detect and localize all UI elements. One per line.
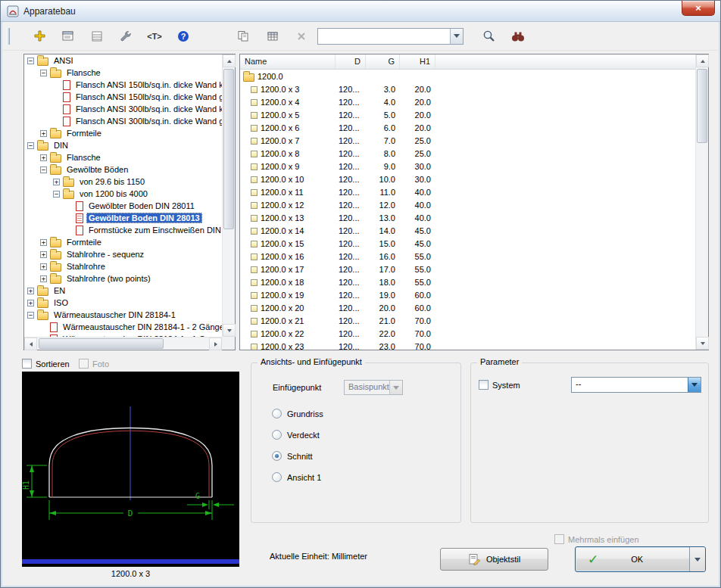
- table-row[interactable]: 1200.0 x 21120...21.070.0: [240, 314, 695, 327]
- table-row[interactable]: 1200.0 x 10120...10.030.0: [240, 173, 695, 185]
- expand-icon[interactable]: +: [40, 251, 47, 258]
- search-input[interactable]: [318, 29, 450, 44]
- tree-item[interactable]: −Flansche: [24, 67, 222, 79]
- scroll-up-button[interactable]: [223, 54, 236, 67]
- table-row[interactable]: 1200.0 x 19120...19.060.0: [240, 288, 695, 301]
- tree-item[interactable]: −Wärmeaustauscher DIN 28184-1: [24, 309, 222, 321]
- tree-item[interactable]: +Stahlrohre (two points): [24, 272, 222, 285]
- tree-item[interactable]: −Gewölbte Böden: [24, 163, 222, 176]
- scroll-up-button[interactable]: [696, 54, 709, 67]
- scroll-right-button[interactable]: [209, 338, 222, 350]
- table-row[interactable]: 1200.0 x 7120...7.025.0: [240, 134, 695, 147]
- tree-item[interactable]: Flansch ANSI 300lb/sq.in. dicke Wand gr: [24, 115, 222, 127]
- tree-item[interactable]: Flansch ANSI 150lb/sq.in. dicke Wand kle: [24, 79, 222, 91]
- expand-icon[interactable]: +: [40, 239, 47, 246]
- table-row[interactable]: 1200.0 x 11120...11.040.0: [240, 185, 695, 198]
- table-row[interactable]: 1200.0 x 13120...13.040.0: [240, 211, 695, 224]
- table-row[interactable]: 1200.0 x 16120...16.055.0: [240, 250, 695, 263]
- tree-item[interactable]: Wärmeaustauscher DIN 28184-1 - 2 Gänge: [24, 321, 222, 333]
- ok-dropdown-button[interactable]: [689, 547, 705, 571]
- collapse-icon[interactable]: −: [53, 191, 60, 198]
- text-style-button[interactable]: <T>: [145, 27, 164, 45]
- tools-button[interactable]: [117, 27, 135, 45]
- collapse-icon[interactable]: −: [27, 312, 34, 319]
- table-row[interactable]: 1200.0 x 23120...23.070.0: [240, 340, 695, 350]
- expand-icon[interactable]: +: [40, 154, 47, 161]
- tree-item[interactable]: −von 1200 bis 4000: [24, 188, 222, 200]
- sortieren-checkbox-row[interactable]: Sortieren: [22, 358, 70, 369]
- radio-button[interactable]: [272, 472, 282, 482]
- system-checkbox-row[interactable]: System: [479, 379, 520, 390]
- list-button[interactable]: [88, 27, 106, 45]
- close-button[interactable]: ×: [682, 1, 715, 16]
- tree-item[interactable]: +Stahlrohre: [24, 260, 222, 272]
- tree-item[interactable]: +Flansche: [24, 151, 222, 163]
- table-row[interactable]: 1200.0 x 3120...3.020.0: [240, 82, 695, 95]
- column-header-name[interactable]: Name: [240, 54, 336, 69]
- tree-item[interactable]: Flansch ANSI 300lb/sq.in. dicke Wand kle: [24, 103, 222, 115]
- search-combobox[interactable]: [317, 28, 464, 45]
- ok-button[interactable]: ✓ OK: [576, 547, 689, 571]
- tree-item[interactable]: Flansch ANSI 150lb/sq.in. dicke Wand gr: [24, 91, 222, 103]
- tree-vertical-scrollbar[interactable]: [222, 54, 235, 337]
- table-row[interactable]: 1200.0 x 14120...14.045.0: [240, 224, 695, 237]
- expand-icon[interactable]: +: [40, 130, 47, 137]
- scrollbar-thumb[interactable]: [223, 69, 234, 229]
- table-group-row[interactable]: 1200.0: [240, 70, 695, 82]
- tree-horizontal-scrollbar[interactable]: [24, 337, 222, 350]
- tree-item[interactable]: +EN: [24, 285, 222, 297]
- tree-item[interactable]: −DIN: [24, 139, 222, 151]
- collapse-icon[interactable]: −: [40, 70, 47, 76]
- tree-item[interactable]: +Formteile: [24, 127, 222, 139]
- tree-item[interactable]: Gewölbter Boden DIN 28013: [24, 212, 222, 224]
- collapse-icon[interactable]: −: [40, 166, 47, 173]
- expand-icon[interactable]: +: [27, 300, 34, 306]
- table-row[interactable]: 1200.0 x 15120...15.045.0: [240, 237, 695, 250]
- expand-icon[interactable]: +: [40, 263, 47, 270]
- zoom-button[interactable]: [479, 27, 498, 45]
- radio-button[interactable]: [272, 451, 282, 461]
- table-button[interactable]: [264, 27, 282, 45]
- table-row[interactable]: 1200.0 x 6120...6.020.0: [240, 121, 695, 134]
- toolbar-grip[interactable]: [7, 28, 10, 45]
- table-row[interactable]: 1200.0 x 8120...8.025.0: [240, 147, 695, 160]
- table-row[interactable]: 1200.0 x 18120...18.055.0: [240, 275, 695, 288]
- radio-schnitt[interactable]: Schnitt: [272, 450, 323, 462]
- scrollbar-thumb[interactable]: [39, 338, 164, 349]
- tree-item[interactable]: −ANSI: [24, 54, 222, 67]
- sortieren-checkbox[interactable]: [22, 359, 32, 369]
- column-header-d[interactable]: D: [336, 54, 366, 69]
- table-row[interactable]: 1200.0 x 20120...20.060.0: [240, 301, 695, 314]
- edit-form-button[interactable]: [59, 27, 77, 45]
- find-button[interactable]: [509, 27, 527, 45]
- system-combobox[interactable]: --: [571, 377, 701, 393]
- radio-grundriss[interactable]: Grundriss: [272, 408, 323, 419]
- collapse-icon[interactable]: −: [27, 142, 34, 149]
- tree-item[interactable]: +Stahlrohre - sequenz: [24, 248, 222, 260]
- system-dropdown-button[interactable]: [688, 378, 701, 392]
- expand-icon[interactable]: +: [40, 275, 47, 282]
- scroll-left-button[interactable]: [24, 338, 37, 350]
- column-header-h1[interactable]: H1: [400, 54, 435, 69]
- radio-button[interactable]: [272, 409, 282, 418]
- system-checkbox[interactable]: [479, 380, 488, 390]
- tree-item[interactable]: Formstücke zum Einschweißen DIN 2617: [24, 224, 222, 236]
- collapse-icon[interactable]: −: [27, 58, 34, 64]
- add-button[interactable]: [30, 27, 48, 45]
- table-row[interactable]: 1200.0 x 5120...5.020.0: [240, 108, 695, 121]
- tree-item[interactable]: Gewölbter Boden DIN 28011: [24, 200, 222, 212]
- copy-button[interactable]: [234, 27, 252, 45]
- table-vertical-scrollbar[interactable]: [695, 54, 708, 350]
- table-row[interactable]: 1200.0 x 12120...12.040.0: [240, 198, 695, 211]
- radio-verdeckt[interactable]: Verdeckt: [272, 429, 323, 440]
- expand-icon[interactable]: +: [53, 179, 60, 185]
- tree-item[interactable]: +Formteile: [24, 236, 222, 248]
- table-row[interactable]: 1200.0 x 17120...17.055.0: [240, 263, 695, 275]
- scroll-down-button[interactable]: [223, 324, 236, 337]
- scrollbar-thumb[interactable]: [697, 69, 707, 143]
- table-row[interactable]: 1200.0 x 9120...9.030.0: [240, 160, 695, 173]
- objektstil-button[interactable]: Objektstil: [440, 548, 548, 571]
- radio-button[interactable]: [272, 430, 282, 440]
- tree-item[interactable]: +ISO: [24, 297, 222, 309]
- table-row[interactable]: 1200.0 x 22120...22.070.0: [240, 327, 695, 340]
